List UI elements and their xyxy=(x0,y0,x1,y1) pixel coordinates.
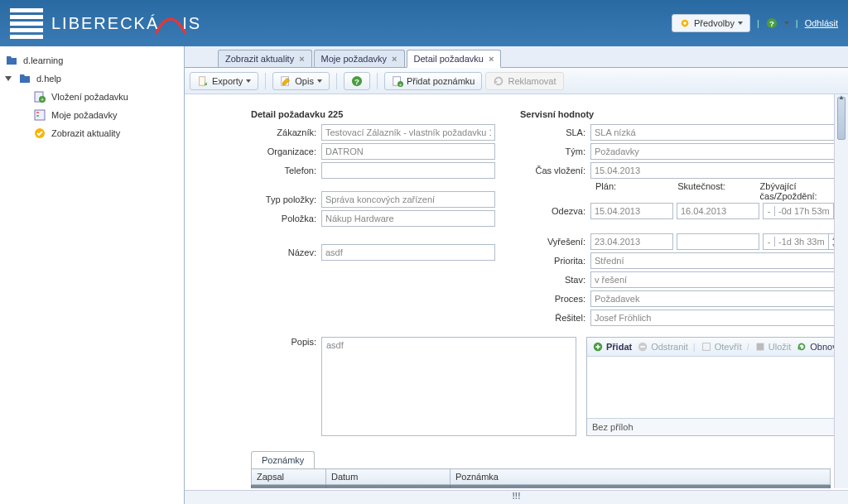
svg-rect-7 xyxy=(35,110,45,120)
svg-text:?: ? xyxy=(354,76,359,85)
field-vyreseni-skutecnost[interactable] xyxy=(677,233,759,250)
help-icon[interactable]: ? xyxy=(766,17,778,29)
col-poznamka[interactable]: Poznámka xyxy=(450,469,831,485)
field-odezva-zbyva[interactable]: - -0d 17h 53m ▲▼ xyxy=(763,203,846,219)
help-button[interactable]: ? xyxy=(344,72,370,90)
field-nazev[interactable] xyxy=(321,244,495,261)
sidebar-item-dlearning[interactable]: d.learning xyxy=(0,51,184,70)
separator: | xyxy=(796,18,798,28)
sidebar-item-label: Moje požadavky xyxy=(51,110,118,120)
field-odezva-skutecnost[interactable] xyxy=(677,203,759,219)
attach-open-button: Otevřít xyxy=(701,341,742,353)
field-tym[interactable] xyxy=(590,143,847,160)
field-proces[interactable] xyxy=(590,290,847,307)
attach-remove-button: Odstranit xyxy=(637,341,688,353)
sidebar-item-label: d.help xyxy=(36,74,61,84)
col-zapsal[interactable]: Zapsal xyxy=(252,469,326,485)
tab-aktuality[interactable]: Zobrazit aktuality × xyxy=(218,50,312,67)
refresh-icon xyxy=(493,75,504,87)
field-cas-vlozeni[interactable] xyxy=(590,162,847,179)
exporty-button[interactable]: Exporty xyxy=(190,72,258,90)
label-priorita: Priorita: xyxy=(520,256,590,266)
chevron-down-icon xyxy=(738,22,743,25)
button-label: Uložit xyxy=(768,342,792,352)
logo-bars-icon xyxy=(10,8,43,39)
attach-add-button[interactable]: Přidat xyxy=(592,341,632,353)
tab-label: Moje požadavky xyxy=(321,54,388,64)
field-priorita[interactable] xyxy=(590,252,847,269)
label-popis: Popis: xyxy=(251,337,321,436)
vertical-scrollbar[interactable] xyxy=(834,94,848,488)
folder-icon xyxy=(5,54,18,67)
field-vyreseni-plan[interactable] xyxy=(590,233,673,250)
service-section-title: Servisní hodnoty xyxy=(520,109,847,119)
field-vyreseni-zbyva[interactable]: - -1d 3h 33m ▲▼ xyxy=(763,233,841,250)
field-popis[interactable]: asdf xyxy=(321,337,576,436)
value-text: asdf xyxy=(326,340,344,350)
tab-detail[interactable]: Detail požadavku × xyxy=(407,50,502,68)
attach-save-button: Uložit xyxy=(754,341,792,353)
field-organizace[interactable] xyxy=(321,143,495,160)
sidebar-item-aktuality[interactable]: Zobrazit aktuality xyxy=(0,124,184,142)
chevron-down-icon[interactable] xyxy=(784,22,789,25)
minus-icon[interactable]: - xyxy=(764,237,775,247)
minus-icon[interactable]: - xyxy=(764,206,775,216)
field-polozka[interactable] xyxy=(321,210,495,227)
col-datum[interactable]: Datum xyxy=(326,469,450,485)
add-icon xyxy=(592,341,604,353)
table-row[interactable]: dh_zakaznik 23.4.2013 11:33:00 Požadavek… xyxy=(252,485,831,489)
cell-poznamka: Požadavek sew stále neřeší ! xyxy=(450,485,831,489)
svg-rect-9 xyxy=(36,115,39,117)
field-odezva-plan[interactable] xyxy=(590,203,673,219)
form-add-icon: + xyxy=(33,90,46,103)
field-sla[interactable] xyxy=(590,124,847,141)
tab-moje[interactable]: Moje požadavky × xyxy=(314,50,405,67)
label-cas-vlozeni: Čas vložení: xyxy=(520,166,590,175)
sidebar-item-vlozeni[interactable]: + Vložení požadavku xyxy=(0,88,184,106)
field-stav[interactable] xyxy=(590,271,847,288)
svg-rect-11 xyxy=(200,76,205,85)
button-label: Otevřít xyxy=(715,342,742,352)
attachments-panel: Přidat Odstranit | Otevřít xyxy=(586,337,847,436)
close-icon[interactable]: × xyxy=(489,54,494,64)
close-icon[interactable]: × xyxy=(299,54,304,64)
sidebar-item-label: d.learning xyxy=(23,55,63,65)
horizontal-scrollbar[interactable] xyxy=(185,490,848,504)
expand-icon[interactable] xyxy=(5,76,12,81)
attachments-list xyxy=(587,357,846,418)
edit-icon xyxy=(280,75,292,87)
list-icon xyxy=(33,108,46,122)
notes-tab[interactable]: Poznámky xyxy=(251,451,315,468)
sidebar-item-moje[interactable]: Moje požadavky xyxy=(0,106,184,124)
label-polozka: Položka: xyxy=(251,214,321,223)
brand-text-prefix: LIBERECKÁ xyxy=(51,14,159,33)
label-sla: SLA: xyxy=(520,127,590,137)
prefs-button[interactable]: Předvolby xyxy=(672,14,750,32)
app-header: LIBERECKÁ IS Předvolby | ? | Odhlásit xyxy=(0,0,848,46)
opis-button[interactable]: Opis xyxy=(272,72,330,90)
field-resitel[interactable] xyxy=(590,310,847,326)
sidebar-item-dhelp[interactable]: d.help xyxy=(0,70,184,88)
tab-label: Detail požadavku xyxy=(414,54,484,64)
field-telefon[interactable] xyxy=(321,162,495,179)
nav-sidebar: d.learning d.help + Vložení požadavku Mo… xyxy=(0,46,185,504)
field-typ-polozky[interactable] xyxy=(321,191,495,208)
cell-datum: 23.4.2013 11:33:00 xyxy=(326,485,450,489)
label-stav: Stav: xyxy=(520,275,590,285)
reklamovat-button: Reklamovat xyxy=(485,72,563,90)
field-zakaznik[interactable] xyxy=(321,124,495,141)
chevron-down-icon xyxy=(246,79,251,83)
close-icon[interactable]: × xyxy=(392,54,397,64)
brand-text-suffix: IS xyxy=(182,14,201,33)
toolbar: Exporty Opis ? + Přidat poznámku xyxy=(185,68,848,94)
gear-icon xyxy=(679,17,691,29)
svg-text:?: ? xyxy=(769,19,774,28)
export-icon xyxy=(197,75,209,87)
pridat-poznamku-button[interactable]: + Přidat poznámku xyxy=(384,72,483,90)
svg-point-1 xyxy=(683,22,687,25)
cell-zapsal: dh_zakaznik xyxy=(252,485,326,489)
label-organizace: Organizace: xyxy=(251,146,321,156)
svg-text:+: + xyxy=(399,81,402,87)
help-icon: ? xyxy=(351,75,363,87)
logout-link[interactable]: Odhlásit xyxy=(805,18,838,28)
